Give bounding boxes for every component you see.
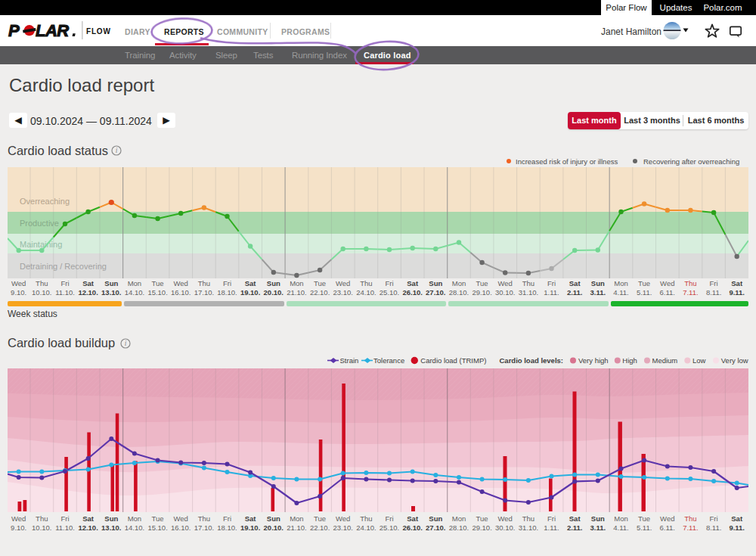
svg-text:LAR: LAR bbox=[36, 21, 69, 40]
svg-text:Maintaining: Maintaining bbox=[20, 240, 62, 249]
svg-text:FLOW: FLOW bbox=[86, 27, 111, 36]
svg-text:i: i bbox=[116, 147, 118, 154]
svg-text:Productive: Productive bbox=[20, 219, 59, 228]
svg-text:i: i bbox=[125, 340, 127, 347]
svg-text:P: P bbox=[8, 21, 20, 40]
svg-text:Overreaching: Overreaching bbox=[20, 197, 70, 206]
svg-text:Detraining / Recovering: Detraining / Recovering bbox=[20, 262, 107, 271]
